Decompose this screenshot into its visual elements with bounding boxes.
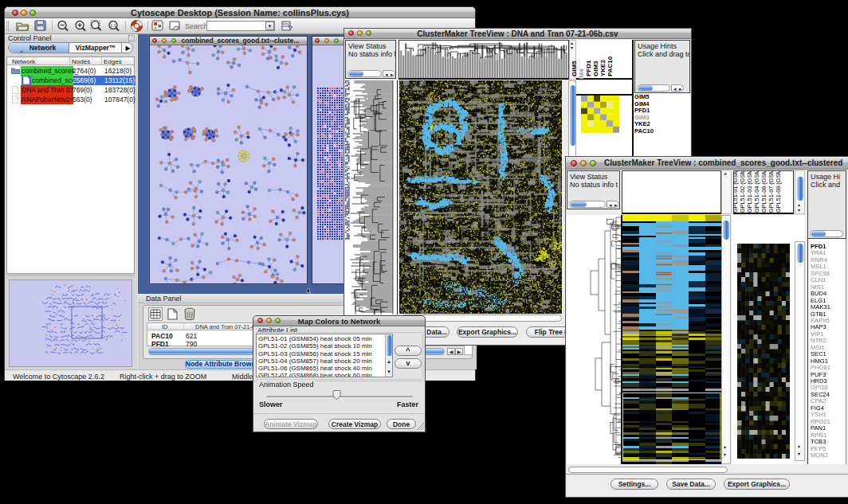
svg-text:1:1: 1:1 <box>110 23 116 28</box>
